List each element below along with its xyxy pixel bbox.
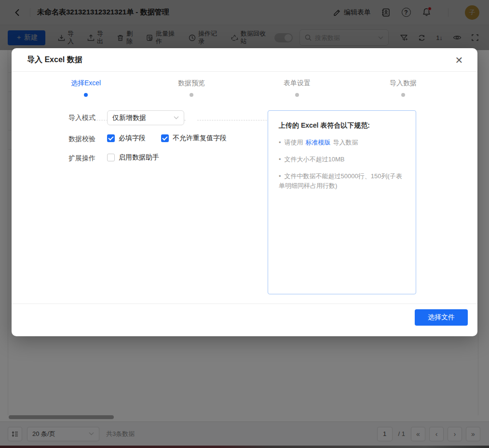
step-select-excel[interactable]: 选择Excel (33, 72, 139, 97)
close-icon[interactable]: ✕ (452, 53, 466, 67)
step-import-data[interactable]: 导入数据 (350, 72, 456, 97)
required-fields-checkbox[interactable] (107, 134, 115, 142)
no-duplicate-label[interactable]: 不允许重复值字段 (173, 134, 227, 143)
step-dot (190, 93, 193, 97)
rules-title: 上传的 Excel 表符合以下规范: (279, 121, 405, 130)
chevron-down-icon (174, 116, 179, 119)
step-dot (401, 93, 405, 97)
window-bottom-edge (0, 446, 489, 448)
select-file-button[interactable]: 选择文件 (415, 309, 468, 326)
import-mode-label: 导入模式 (68, 114, 95, 122)
import-mode-select[interactable]: 仅新增数据 (107, 110, 184, 125)
standard-template-link[interactable]: 标准模版 (306, 139, 331, 146)
step-form-settings[interactable]: 表单设置 (244, 72, 350, 97)
data-validation-label: 数据校验 (68, 135, 95, 144)
import-steps: 选择Excel 数据预览 表单设置 导入数据 (12, 72, 477, 105)
data-assistant-checkbox[interactable] (107, 154, 115, 161)
no-duplicate-checkbox[interactable] (161, 134, 169, 142)
modal-header: 导入 Excel 数据 (12, 48, 477, 72)
step-dot (84, 93, 88, 97)
import-excel-modal: 导入 Excel 数据 ✕ 选择Excel 数据预览 表单设置 导入数据 导入模… (12, 48, 477, 336)
data-assistant-label[interactable]: 启用数据助手 (119, 153, 159, 162)
rule-item: •请使用标准模版导入数据 (279, 138, 405, 147)
rule-item: •文件中数据不能超过50000行、150列(子表单明细同样占用行数) (279, 171, 405, 191)
rule-item: •文件大小不超过10MB (279, 155, 405, 164)
modal-title: 导入 Excel 数据 (27, 55, 82, 65)
header-dim-shade (0, 0, 489, 50)
extension-label: 扩展操作 (68, 154, 95, 163)
upload-rules-panel: 上传的 Excel 表符合以下规范: •请使用标准模版导入数据 •文件大小不超过… (268, 110, 416, 294)
required-fields-label[interactable]: 必填字段 (119, 134, 146, 143)
step-data-preview[interactable]: 数据预览 (138, 72, 244, 97)
modal-footer-divider (12, 303, 477, 304)
step-dot (295, 93, 299, 97)
